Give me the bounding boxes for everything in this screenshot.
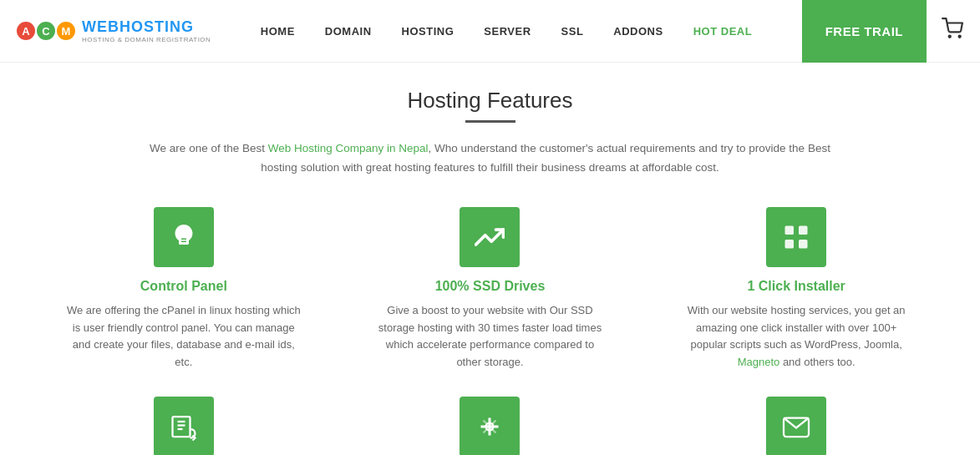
feature-title-ssd: 100% SSD Drives: [435, 279, 546, 294]
svg-rect-5: [785, 240, 795, 249]
feature-title-control-panel: Control Panel: [140, 279, 227, 294]
free-trail-button[interactable]: FREE TRAIL: [802, 0, 927, 63]
email-icon: [766, 397, 826, 455]
ssd-icon: [460, 207, 520, 267]
logo-letter-c: C: [37, 22, 55, 40]
page-title: Hosting Features: [48, 88, 933, 114]
logo-letter-m: M: [57, 22, 75, 40]
nav-ssl[interactable]: SSL: [546, 25, 599, 38]
php-icon: [460, 397, 520, 455]
brand-name: WEBHOSTING: [82, 18, 211, 36]
features-grid: Control Panel We are offering the cPanel…: [48, 207, 933, 455]
intro-text: We are one of the Best Web Hosting Compa…: [135, 139, 845, 178]
feature-php: Latest PHP and MySql: [353, 397, 627, 455]
feature-desc-ssd: Give a boost to your website with Our SS…: [373, 302, 607, 372]
logo: A C M WEBHOSTING HOSTING & DOMAIN REGIST…: [17, 18, 211, 43]
feature-backup: Website Backup: [48, 397, 321, 455]
svg-rect-6: [799, 240, 808, 249]
logo-circles: A C M: [17, 22, 75, 40]
title-underline: [465, 120, 515, 123]
backup-icon: [154, 397, 214, 455]
main-content: Hosting Features We are one of the Best …: [31, 63, 950, 455]
installer-desc-after: and others too.: [779, 356, 855, 368]
nav-hosting[interactable]: HOSTING: [387, 25, 470, 38]
logo-text: WEBHOSTING HOSTING & DOMAIN REGISTRATION: [82, 18, 211, 43]
header: A C M WEBHOSTING HOSTING & DOMAIN REGIST…: [0, 0, 980, 63]
cart-icon[interactable]: [942, 18, 963, 44]
installer-desc-before: With our website hosting services, you g…: [688, 304, 906, 351]
feature-control-panel: Control Panel We are offering the cPanel…: [48, 207, 321, 372]
svg-rect-3: [785, 225, 795, 235]
intro-highlight: Web Hosting Company in Nepal: [268, 142, 429, 154]
logo-letter-a: A: [17, 22, 35, 40]
installer-desc-highlight: Magneto: [738, 356, 780, 368]
main-nav: HOME DOMAIN HOSTING SERVER SSL ADDONS HO…: [246, 25, 767, 38]
feature-title-installer: 1 Click Installer: [747, 279, 845, 294]
feature-email: Anti-Spam Email Filtering: [660, 397, 933, 455]
svg-rect-7: [172, 417, 190, 437]
feature-ssd: 100% SSD Drives Give a boost to your web…: [353, 207, 627, 372]
installer-icon: [766, 207, 826, 267]
nav-home[interactable]: HOME: [246, 25, 310, 38]
svg-point-1: [959, 36, 961, 38]
nav-domain[interactable]: DOMAIN: [310, 25, 387, 38]
svg-rect-4: [799, 225, 808, 235]
intro-before: We are one of the Best: [150, 142, 268, 154]
brand-tagline: HOSTING & DOMAIN REGISTRATION: [82, 36, 211, 43]
feature-desc-control-panel: We are offering the cPanel in linux host…: [67, 302, 301, 372]
svg-point-0: [949, 36, 951, 38]
feature-desc-installer: With our website hosting services, you g…: [679, 302, 913, 372]
nav-addons[interactable]: ADDONS: [598, 25, 678, 38]
nav-server[interactable]: SERVER: [469, 25, 546, 38]
feature-installer: 1 Click Installer With our website hosti…: [660, 207, 933, 372]
nav-hot-deal[interactable]: HOT DEAL: [678, 25, 767, 38]
control-panel-icon: [154, 207, 214, 267]
